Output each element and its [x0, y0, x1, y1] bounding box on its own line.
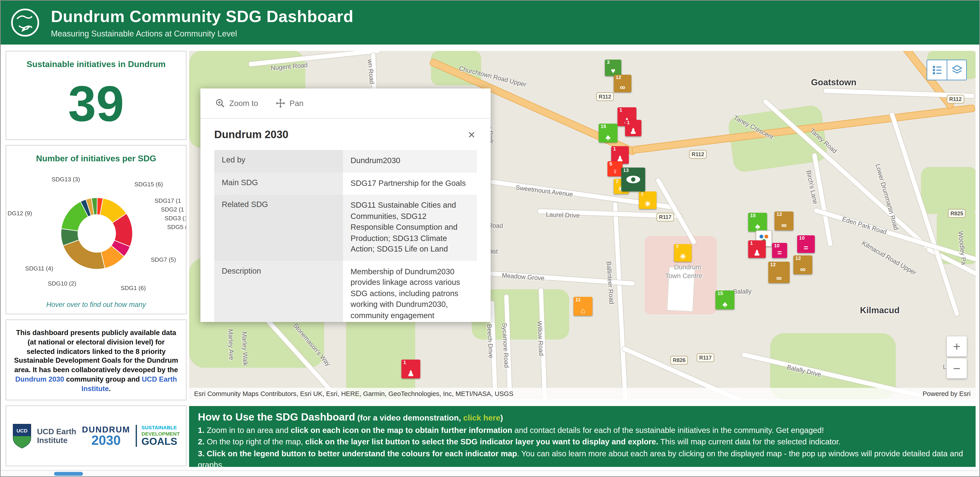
map-canvas[interactable]: Nugent Roadwn RoadChurchtown Road Uppero…: [189, 51, 976, 399]
route-shield: R112: [596, 92, 614, 101]
sdg15-marker[interactable]: 15♣: [748, 213, 767, 232]
text-link[interactable]: Dundrum 2030: [15, 375, 64, 383]
sdg1-marker[interactable]: 1♟: [748, 240, 766, 258]
feature-popup: Zoom to Pan Dundrum 2030 ✕ Led byDundrum…: [200, 89, 491, 322]
horizontal-scrollbar[interactable]: [1, 470, 979, 476]
page-title: Dundrum Community SDG Dashboard: [51, 7, 353, 26]
donut-label: SDG1 (6): [121, 284, 146, 291]
sdg7-marker[interactable]: 7☀: [674, 244, 692, 261]
marker-pictogram: ☀: [639, 200, 657, 208]
zoom-to-button[interactable]: Zoom to: [216, 98, 258, 108]
svg-text:UCD: UCD: [16, 428, 27, 433]
popup-field-value: Membership of Dundrum2030 provides linka…: [343, 261, 477, 322]
about-text: This dashboard presents publicly availab…: [6, 320, 186, 400]
sdg15-marker[interactable]: 15♣: [599, 124, 617, 143]
street-label: Meadow Grove: [501, 272, 545, 282]
sdg7-marker[interactable]: 7☀: [639, 192, 657, 209]
road-segment: [613, 202, 628, 399]
legend-button[interactable]: [927, 60, 947, 80]
close-icon[interactable]: ✕: [466, 129, 477, 141]
sdg3-marker[interactable]: 3♥: [605, 60, 621, 76]
street-label: Eden Park Road: [842, 216, 888, 235]
donut-label: SDG17 (1: [154, 197, 181, 204]
marker-pictogram: ♣: [716, 300, 735, 309]
route-shield: R112: [689, 150, 707, 159]
marker-number: 7: [641, 192, 643, 197]
donut-label: SDG10 (2): [48, 280, 76, 287]
popup-toolbar: Zoom to Pan: [200, 89, 491, 119]
popup-field-row: Led byDundrum2030: [214, 150, 477, 172]
donut-label: SDG7 (5): [151, 256, 176, 263]
sdg12-marker[interactable]: 12∞: [775, 211, 794, 230]
selected-sdg13-marker[interactable]: 13: [621, 168, 645, 192]
sdg1-marker[interactable]: 1♟: [401, 360, 420, 379]
marker-pictogram: =: [797, 244, 815, 252]
marker-pictogram: ∞: [614, 83, 632, 92]
park-area: [921, 167, 976, 214]
route-shield: R112: [947, 95, 964, 103]
marker-pictogram: ∞: [775, 222, 794, 230]
layer-list-button[interactable]: [947, 60, 966, 80]
donut-label: SDG3 (1: [165, 215, 187, 222]
popup-field-label: Description: [214, 261, 343, 322]
layers-icon: [951, 65, 962, 75]
marker-number: 10: [774, 244, 780, 249]
legend-icon: [932, 65, 942, 75]
route-shield: R826: [670, 356, 688, 364]
sdg15-marker[interactable]: 15♣: [716, 290, 735, 309]
zoom-in-button[interactable]: +: [947, 336, 967, 357]
donut-label: DG12 (9): [8, 210, 32, 217]
globe-logo-icon: [10, 7, 41, 38]
street-label: Kilmacud Road Upper: [861, 239, 918, 276]
popup-field-value: Dundrum2030: [343, 150, 477, 172]
instruction-line: 2. On the top right of the map, click on…: [198, 436, 967, 448]
zoom-controls: + −: [947, 336, 967, 380]
page-subtitle: Measuring Sustainable Actions at Communi…: [51, 29, 353, 38]
area-label: Kilmacud: [860, 305, 900, 315]
map-attribution: Esri Community Maps Contributors, Esri U…: [189, 388, 976, 399]
cluster-dot: [759, 235, 763, 239]
stat-panel: Sustainable initiatives in Dundrum 39: [6, 51, 186, 140]
video-demo-link[interactable]: click here: [463, 413, 501, 422]
sdg11-marker[interactable]: 11⌂: [573, 297, 592, 316]
sdg10-marker[interactable]: 10=: [772, 243, 787, 258]
marker-number: 10: [799, 236, 805, 241]
sdg12-marker[interactable]: 12∞: [768, 261, 790, 283]
donut-label: SDG2 (1: [161, 206, 184, 213]
instructions-heading: How to Use the SDG Dashboard (for a vide…: [198, 411, 967, 423]
marker-pictogram: ∞: [768, 274, 790, 282]
chart-panel: Number of initiatives per SDG Hover over…: [6, 145, 186, 314]
sdg12-marker[interactable]: 12∞: [614, 75, 632, 92]
street-label: Laurel Drive: [546, 211, 580, 219]
scrollbar-thumb[interactable]: [54, 472, 83, 475]
marker-pictogram: ♟: [748, 249, 766, 257]
about-panel: This dashboard presents publicly availab…: [6, 320, 186, 401]
marker-pictogram: ♟: [625, 127, 641, 136]
marker-number: 12: [616, 75, 621, 80]
area-label: Goatstown: [811, 77, 857, 87]
sdg5-marker[interactable]: 5♀: [608, 161, 622, 176]
marker-pictogram: ⌂: [573, 307, 592, 315]
donut-label: SDG15 (6): [134, 181, 163, 188]
marker-pictogram: ♥: [605, 67, 621, 75]
eye-icon: [626, 176, 640, 183]
donut-segment-SDG12[interactable]: [63, 240, 105, 269]
popup-field-value: SDG11 Sustainable Cities and Communities…: [343, 195, 477, 261]
logos-panel: UCD UCD Earth Institute DUNDRUM 2030 SUS…: [6, 406, 186, 466]
donut-label: SDG11 (4): [25, 265, 53, 272]
sdg-goals-logo: SUSTAINABLE DEVELOPMENT GOALS: [136, 425, 180, 447]
sdg1-marker[interactable]: 1♟: [625, 120, 641, 136]
popup-field-label: Led by: [214, 150, 343, 172]
sdg12-marker[interactable]: 12∞: [794, 255, 813, 274]
zoom-out-button[interactable]: −: [947, 358, 967, 379]
sdg10-marker[interactable]: 10=: [797, 235, 815, 253]
marker-number: 3: [607, 60, 609, 65]
marker-number: 13: [623, 168, 629, 173]
marker-number: 1: [750, 241, 753, 246]
marker-pictogram: ♣: [748, 223, 767, 231]
marker-number: 11: [576, 298, 581, 303]
marker-number: 12: [776, 212, 782, 217]
map-tool-buttons: [927, 60, 967, 80]
pan-button[interactable]: Pan: [276, 98, 303, 108]
route-shield: R825: [948, 209, 966, 218]
